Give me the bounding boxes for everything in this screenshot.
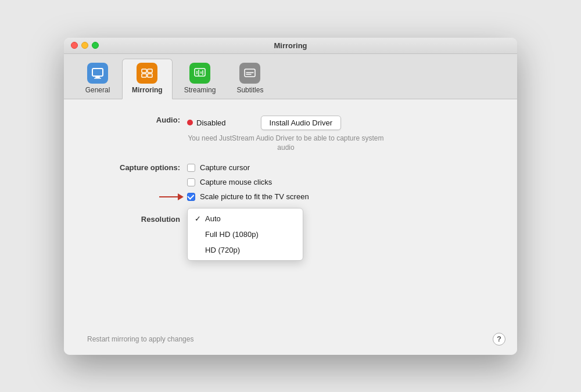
svg-rect-6 <box>148 74 152 77</box>
scale-picture-item: Scale picture to fit the TV screen <box>187 192 309 201</box>
close-button[interactable] <box>71 42 78 49</box>
scale-picture-checkbox[interactable] <box>187 193 195 201</box>
capture-clicks-checkbox[interactable] <box>187 178 195 186</box>
tab-subtitles[interactable]: Subtitles <box>227 59 272 99</box>
install-audio-driver-button[interactable]: Install Audio Driver <box>261 116 341 130</box>
arrow-head <box>178 193 184 200</box>
capture-clicks-label: Capture mouse clicks <box>200 178 272 186</box>
mirroring-icon <box>137 63 157 84</box>
content-area: Audio: Disabled Install Audio Driver You… <box>64 99 517 355</box>
arrow-line <box>159 196 178 197</box>
minimize-button[interactable] <box>81 42 88 49</box>
capture-cursor-label: Capture cursor <box>200 163 250 172</box>
resolution-dropdown-container: Auto Auto Full HD (1080p) HD (720p) <box>187 213 257 226</box>
scale-picture-label: Scale picture to fit the TV screen <box>200 192 309 201</box>
capture-cursor-checkbox[interactable] <box>187 164 195 172</box>
dropdown-item-auto[interactable]: Auto <box>188 211 303 226</box>
subtitles-icon <box>239 63 260 84</box>
audio-hint-text: You need JustStream Audio Driver to be a… <box>187 134 385 153</box>
tab-general-label: General <box>85 86 110 94</box>
svg-rect-7 <box>195 69 205 76</box>
resolution-dropdown-menu: Auto Full HD (1080p) HD (720p) <box>187 208 303 261</box>
svg-rect-0 <box>92 69 103 76</box>
capture-clicks-item: Capture mouse clicks <box>187 178 309 186</box>
svg-rect-5 <box>142 74 146 77</box>
dropdown-item-fullhd-label: Full HD (1080p) <box>205 230 259 239</box>
help-button[interactable]: ? <box>493 333 505 346</box>
general-icon <box>87 63 108 84</box>
capture-options-label: Capture options: <box>87 163 180 172</box>
title-bar: Mirroring <box>64 38 517 54</box>
svg-rect-1 <box>95 77 100 78</box>
toolbar: General Mirroring <box>64 54 517 99</box>
audio-status-text: Disabled <box>196 118 226 127</box>
audio-row: Audio: Disabled Install Audio Driver You… <box>87 116 494 153</box>
dropdown-item-auto-label: Auto <box>205 214 221 223</box>
tab-mirroring-label: Mirroring <box>132 86 163 94</box>
resolution-row: Resolution Auto Auto Full HD (1080p) HD … <box>87 213 494 226</box>
dropdown-item-fullhd[interactable]: Full HD (1080p) <box>188 226 303 242</box>
maximize-button[interactable] <box>92 42 99 49</box>
capture-cursor-item: Capture cursor <box>187 163 309 172</box>
svg-rect-4 <box>148 69 152 73</box>
tab-streaming-label: Streaming <box>184 86 216 94</box>
tab-mirroring[interactable]: Mirroring <box>122 59 173 99</box>
svg-rect-2 <box>94 78 101 79</box>
resolution-label: Resolution <box>87 215 180 224</box>
restart-notice: Restart mirroring to apply changes <box>87 335 193 343</box>
streaming-icon <box>189 63 210 84</box>
capture-options-row: Capture options: Capture cursor Capture … <box>87 163 494 201</box>
window-title: Mirroring <box>274 41 307 50</box>
svg-rect-3 <box>142 69 146 73</box>
dropdown-item-hd[interactable]: HD (720p) <box>188 242 303 258</box>
app-window: Mirroring General Mirr <box>64 38 517 355</box>
audio-main-row: Disabled Install Audio Driver <box>187 116 385 130</box>
tab-streaming[interactable]: Streaming <box>175 59 225 99</box>
audio-right: Disabled Install Audio Driver You need J… <box>187 116 385 153</box>
tab-subtitles-label: Subtitles <box>236 86 263 94</box>
dropdown-item-hd-label: HD (720p) <box>205 246 240 254</box>
audio-label: Audio: <box>87 116 180 124</box>
traffic-lights <box>71 42 99 49</box>
checkboxes-group: Capture cursor Capture mouse clicks Scal… <box>187 163 309 201</box>
tab-general[interactable]: General <box>76 59 120 99</box>
audio-status: Disabled <box>187 118 226 127</box>
status-dot-red <box>187 120 193 125</box>
arrow-indicator <box>159 193 184 200</box>
